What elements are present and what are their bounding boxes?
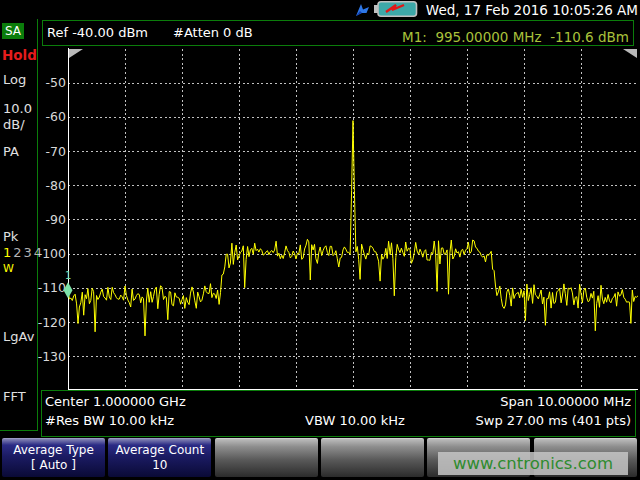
footer-annotation-box: Center 1.000000 GHz Span 10.00000 MHz #R… xyxy=(41,390,636,437)
top-status-bar: Wed, 17 Feb 2016 10:05:26 AM xyxy=(0,0,640,19)
fieldfox-spectrum-analyzer-screen: Wed, 17 Feb 2016 10:05:26 AM Ref -40.00 … xyxy=(0,0,640,480)
marker1-readout: M1: 995.00000 MHz -110.6 dBm xyxy=(402,29,629,45)
sweep-time-readout: Swp 27.00 ms (401 pts) xyxy=(476,413,631,428)
softkey-label: Average Type xyxy=(2,443,105,458)
active-trace-number: 1 xyxy=(3,245,13,260)
svg-text:1: 1 xyxy=(65,270,71,281)
res-bw-readout: #Res BW 10.00 kHz xyxy=(45,413,174,428)
ref-level-readout: Ref -40.00 dBm xyxy=(47,25,148,40)
attenuation-readout: #Atten 0 dB xyxy=(173,25,253,40)
center-freq-readout: Center 1.000000 GHz xyxy=(45,394,186,409)
video-bw-readout: VBW 10.00 kHz xyxy=(290,413,420,428)
span-readout: Span 10.00000 MHz xyxy=(500,394,631,409)
softkey-average-type[interactable]: Average Type[ Auto ] xyxy=(2,438,105,477)
header-annotation-box: Ref -40.00 dBm #Atten 0 dB M1: 995.00000… xyxy=(42,20,634,46)
y-axis-label: -60 xyxy=(35,109,66,124)
y-axis-label: -120 xyxy=(35,315,66,330)
y-axis-label: -90 xyxy=(35,212,66,227)
softkey-average-count[interactable]: Average Count10 xyxy=(108,438,211,477)
scale-value-label: 10.0 xyxy=(3,101,32,116)
softkey-value: 10 xyxy=(108,458,211,473)
sweep-hold-indicator: Hold xyxy=(2,47,37,63)
scale-type-label: Log xyxy=(3,72,26,87)
softkey-blank-4[interactable] xyxy=(321,438,424,477)
y-axis-label: -70 xyxy=(35,144,66,159)
softkey-blank-3[interactable] xyxy=(215,438,318,477)
softkey-value: [ Auto ] xyxy=(2,458,105,473)
preamp-label: PA xyxy=(3,144,19,159)
y-axis-label: -130 xyxy=(35,349,66,364)
fft-mode-label: FFT xyxy=(3,389,26,404)
scale-unit-label: dB/ xyxy=(3,117,25,132)
y-axis-label: -110 xyxy=(35,280,66,295)
y-axis-label: -100 xyxy=(35,246,66,261)
detector-label: Pk xyxy=(3,229,18,244)
usb-device-icon xyxy=(354,2,372,18)
y-axis-label: -80 xyxy=(35,178,66,193)
softkey-label: Average Count xyxy=(108,443,211,458)
spectrum-graticule: 1 xyxy=(68,48,638,390)
mode-badge-sa: SA xyxy=(2,23,24,39)
trace-state-label: W xyxy=(3,262,14,275)
battery-status-icon xyxy=(374,1,418,17)
date-time: Wed, 17 Feb 2016 10:05:26 AM xyxy=(426,2,638,18)
y-axis-label: -50 xyxy=(35,75,66,90)
average-type-label: LgAv xyxy=(3,329,34,344)
watermark: www.cntronics.com xyxy=(438,452,628,475)
